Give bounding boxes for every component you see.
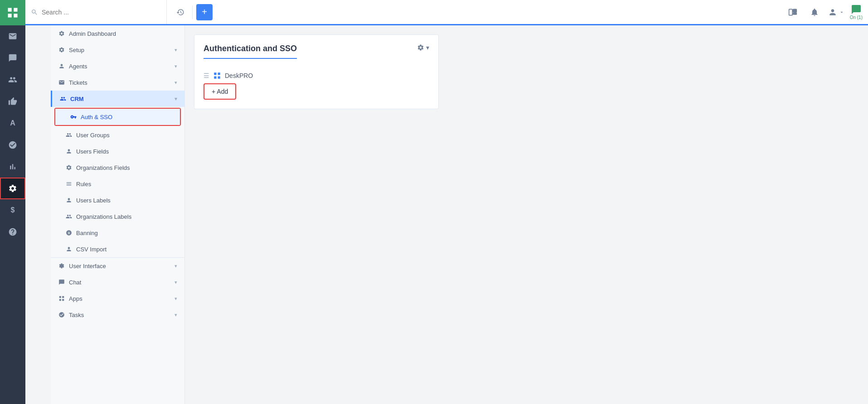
sidebar-item-label: Rules: [76, 181, 91, 188]
add-provider-button[interactable]: + Add: [204, 84, 235, 99]
chevron-icon: ▾: [175, 263, 177, 269]
help-icon[interactable]: [0, 221, 25, 243]
user-interface-icon: [58, 262, 65, 269]
content-area: Authentication and SSO ▾ ☰ DeskPRO + Add: [185, 25, 868, 404]
sidebar-item-label: Admin Dashboard: [69, 30, 116, 37]
sidebar-item-banning[interactable]: Banning: [51, 225, 184, 241]
dollar-icon[interactable]: $: [0, 199, 25, 221]
sidebar-item-organizations-labels[interactable]: Organizations Labels: [51, 208, 184, 225]
search-input[interactable]: [42, 9, 161, 16]
svg-rect-0: [8, 8, 12, 12]
ai-icon[interactable]: A: [0, 112, 25, 134]
svg-rect-4: [59, 296, 61, 298]
sidebar-item-apps[interactable]: Apps ▾: [51, 290, 184, 307]
sidebar-item-organizations-fields[interactable]: Organizations Fields: [51, 159, 184, 176]
icon-rail: A $: [0, 0, 25, 404]
add-button[interactable]: +: [196, 4, 213, 20]
sidebar-item-label: Users Labels: [76, 197, 111, 204]
search-icon: [31, 9, 38, 16]
sidebar-item-label: Chat: [69, 279, 81, 286]
card-title: Authentication and SSO: [204, 44, 297, 59]
sidebar-item-label: Apps: [69, 295, 82, 302]
sidebar-item-label: Users Fields: [76, 148, 109, 155]
divider: [192, 5, 193, 19]
setup-icon: [58, 46, 65, 53]
csv-import-icon: [65, 245, 73, 253]
svg-rect-9: [218, 72, 220, 75]
gear-chevron-icon: ▾: [426, 44, 429, 51]
sidebar-item-label: User Interface: [69, 263, 106, 269]
deskpro-row: ☰ DeskPRO: [204, 68, 429, 83]
chevron-icon: ▾: [175, 63, 177, 69]
sidebar-item-user-groups[interactable]: User Groups: [51, 127, 184, 143]
sidebar-item-users-fields[interactable]: Users Fields: [51, 143, 184, 159]
sidebar-item-tasks[interactable]: Tasks ▾: [51, 307, 184, 323]
user-menu[interactable]: [828, 4, 844, 20]
add-button-highlight: + Add: [204, 83, 236, 100]
topbar: + On (1): [25, 0, 868, 25]
mail-icon[interactable]: [0, 25, 25, 47]
sidebar: Admin Dashboard Setup ▾ Agents ▾ Tickets…: [51, 25, 185, 404]
svg-rect-3: [14, 14, 17, 17]
check-circle-icon[interactable]: [0, 134, 25, 156]
tasks-nav-icon: [58, 311, 65, 318]
auth-sso-highlight: Auth & SSO: [54, 108, 181, 126]
chevron-icon: ▾: [175, 296, 177, 302]
chat-nav-icon: [58, 279, 65, 286]
online-status[interactable]: On (1): [850, 4, 863, 20]
history-button[interactable]: [172, 4, 189, 20]
svg-rect-10: [214, 77, 216, 79]
topbar-actions: +: [167, 4, 785, 20]
gear-dropdown-button[interactable]: ▾: [417, 44, 429, 51]
sidebar-item-label: Banning: [76, 230, 98, 236]
sidebar-item-label: User Groups: [76, 132, 110, 139]
settings-icon[interactable]: [0, 178, 25, 199]
sidebar-item-csv-import[interactable]: CSV Import: [51, 241, 184, 257]
chevron-icon: ▾: [175, 312, 177, 318]
chevron-icon: ▾: [175, 96, 177, 102]
sidebar-item-label: Organizations Labels: [76, 213, 131, 220]
auth-sso-icon: [70, 113, 77, 120]
svg-rect-1: [14, 8, 17, 12]
banning-icon: [65, 229, 73, 236]
sidebar-item-label: Tickets: [69, 79, 87, 86]
sidebar-item-auth-sso[interactable]: Auth & SSO: [55, 109, 180, 125]
sidebar-item-label: Agents: [69, 63, 87, 70]
chat-bubble-icon[interactable]: [0, 47, 25, 69]
user-groups-icon: [65, 131, 73, 139]
admin-dashboard-icon: [58, 30, 65, 37]
deskpro-label: DeskPRO: [225, 72, 253, 79]
sidebar-item-chat[interactable]: Chat ▾: [51, 274, 184, 290]
sidebar-item-label: Tasks: [69, 312, 84, 318]
users-icon[interactable]: [0, 69, 25, 91]
auth-sso-card: Authentication and SSO ▾ ☰ DeskPRO + Add: [194, 34, 439, 109]
crm-icon: [59, 95, 67, 102]
sidebar-item-agents[interactable]: Agents ▾: [51, 58, 184, 74]
sidebar-item-user-interface[interactable]: User Interface ▾: [51, 257, 184, 274]
sidebar-item-admin-dashboard[interactable]: Admin Dashboard: [51, 25, 184, 42]
sidebar-item-rules[interactable]: Rules: [51, 176, 184, 192]
sidebar-item-setup[interactable]: Setup ▾: [51, 42, 184, 58]
svg-rect-2: [8, 14, 12, 17]
svg-rect-8: [214, 72, 216, 75]
apps-nav-icon: [58, 295, 65, 302]
notifications-button[interactable]: [806, 4, 823, 20]
drag-handle-icon[interactable]: ☰: [204, 72, 209, 79]
chevron-icon: ▾: [175, 80, 177, 86]
sidebar-item-label: Setup: [69, 47, 84, 53]
rules-icon: [65, 180, 73, 188]
sidebar-item-tickets[interactable]: Tickets ▾: [51, 74, 184, 91]
chevron-icon: ▾: [175, 47, 177, 53]
chart-icon[interactable]: [0, 156, 25, 178]
sidebar-item-users-labels[interactable]: Users Labels: [51, 192, 184, 208]
thumbs-up-icon[interactable]: [0, 91, 25, 112]
deskpro-app-icon: [213, 72, 221, 80]
sidebar-item-label: Organizations Fields: [76, 164, 130, 171]
svg-rect-5: [62, 296, 64, 298]
app-logo[interactable]: [0, 0, 25, 25]
sidebar-item-crm[interactable]: CRM ▾: [51, 91, 184, 107]
users-fields-icon: [65, 148, 73, 155]
main-wrapper: Admin Dashboard Setup ▾ Agents ▾ Tickets…: [51, 25, 868, 404]
layout-toggle[interactable]: [785, 4, 801, 20]
topbar-right: On (1): [785, 4, 863, 20]
